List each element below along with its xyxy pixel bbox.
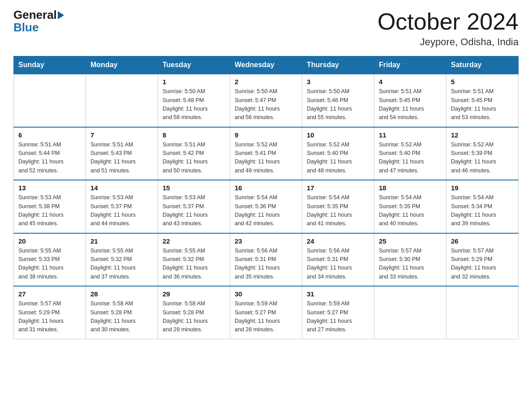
weekday-header-wednesday: Wednesday [230, 56, 302, 74]
cell-day-number: 6 [18, 131, 81, 139]
cell-info-text: Sunrise: 5:52 AMSunset: 5:39 PMDaylight:… [451, 141, 514, 176]
cell-info-text: Sunrise: 5:53 AMSunset: 5:37 PMDaylight:… [90, 193, 153, 228]
cell-day-number: 23 [235, 237, 297, 245]
cell-info-text: Sunrise: 5:54 AMSunset: 5:34 PMDaylight:… [451, 193, 514, 228]
cell-day-number: 26 [451, 237, 514, 245]
cell-day-number: 4 [379, 78, 442, 86]
logo-blue-text: Blue [13, 21, 39, 34]
cell-day-number: 18 [379, 184, 442, 192]
calendar-cell: 23Sunrise: 5:56 AMSunset: 5:31 PMDayligh… [230, 233, 302, 287]
calendar-week-row: 13Sunrise: 5:53 AMSunset: 5:38 PMDayligh… [14, 180, 519, 233]
cell-info-text: Sunrise: 5:58 AMSunset: 5:28 PMDaylight:… [163, 300, 225, 334]
calendar-cell: 30Sunrise: 5:59 AMSunset: 5:27 PMDayligh… [230, 286, 302, 339]
calendar-cell: 25Sunrise: 5:57 AMSunset: 5:30 PMDayligh… [374, 233, 446, 287]
calendar-week-row: 20Sunrise: 5:55 AMSunset: 5:33 PMDayligh… [14, 233, 519, 287]
calendar-cell: 28Sunrise: 5:58 AMSunset: 5:28 PMDayligh… [86, 286, 158, 339]
cell-info-text: Sunrise: 5:54 AMSunset: 5:35 PMDaylight:… [379, 193, 442, 228]
cell-day-number: 30 [235, 290, 297, 298]
cell-day-number: 8 [163, 131, 225, 139]
cell-day-number: 14 [90, 184, 153, 192]
logo-general-text: General [13, 9, 57, 21]
calendar-cell: 6Sunrise: 5:51 AMSunset: 5:44 PMDaylight… [14, 127, 86, 180]
cell-info-text: Sunrise: 5:59 AMSunset: 5:27 PMDaylight:… [235, 300, 297, 334]
cell-info-text: Sunrise: 5:51 AMSunset: 5:45 PMDaylight:… [379, 87, 442, 122]
calendar-cell: 19Sunrise: 5:54 AMSunset: 5:34 PMDayligh… [446, 180, 519, 233]
cell-day-number: 3 [307, 78, 369, 86]
calendar-cell: 8Sunrise: 5:51 AMSunset: 5:42 PMDaylight… [158, 127, 230, 180]
cell-day-number: 10 [307, 131, 369, 139]
logo: General [13, 9, 64, 21]
calendar-cell: 13Sunrise: 5:53 AMSunset: 5:38 PMDayligh… [14, 180, 86, 233]
cell-day-number: 16 [235, 184, 297, 192]
calendar-cell: 4Sunrise: 5:51 AMSunset: 5:45 PMDaylight… [374, 74, 446, 127]
cell-info-text: Sunrise: 5:56 AMSunset: 5:31 PMDaylight:… [235, 247, 297, 282]
calendar-cell: 26Sunrise: 5:57 AMSunset: 5:29 PMDayligh… [446, 233, 519, 287]
cell-info-text: Sunrise: 5:54 AMSunset: 5:36 PMDaylight:… [235, 193, 297, 228]
weekday-header-saturday: Saturday [446, 56, 519, 74]
calendar-cell: 17Sunrise: 5:54 AMSunset: 5:35 PMDayligh… [302, 180, 374, 233]
location-title: Jeypore, Odisha, India [378, 36, 519, 48]
calendar-cell: 2Sunrise: 5:50 AMSunset: 5:47 PMDaylight… [230, 74, 302, 127]
cell-info-text: Sunrise: 5:53 AMSunset: 5:38 PMDaylight:… [18, 193, 81, 228]
calendar-cell: 31Sunrise: 5:59 AMSunset: 5:27 PMDayligh… [302, 286, 374, 339]
weekday-header-friday: Friday [374, 56, 446, 74]
cell-info-text: Sunrise: 5:59 AMSunset: 5:27 PMDaylight:… [307, 300, 369, 334]
calendar-cell: 27Sunrise: 5:57 AMSunset: 5:29 PMDayligh… [14, 286, 86, 339]
cell-info-text: Sunrise: 5:50 AMSunset: 5:46 PMDaylight:… [307, 87, 369, 122]
cell-info-text: Sunrise: 5:57 AMSunset: 5:29 PMDaylight:… [451, 247, 514, 282]
cell-info-text: Sunrise: 5:51 AMSunset: 5:45 PMDaylight:… [451, 87, 514, 122]
calendar-cell: 29Sunrise: 5:58 AMSunset: 5:28 PMDayligh… [158, 286, 230, 339]
cell-day-number: 1 [163, 78, 225, 86]
calendar-body: 1Sunrise: 5:50 AMSunset: 5:48 PMDaylight… [14, 74, 519, 339]
weekday-header-thursday: Thursday [302, 56, 374, 74]
calendar-cell: 24Sunrise: 5:56 AMSunset: 5:31 PMDayligh… [302, 233, 374, 287]
cell-info-text: Sunrise: 5:50 AMSunset: 5:47 PMDaylight:… [235, 87, 297, 122]
calendar-week-row: 6Sunrise: 5:51 AMSunset: 5:44 PMDaylight… [14, 127, 519, 180]
calendar-cell [14, 74, 86, 127]
calendar-cell: 20Sunrise: 5:55 AMSunset: 5:33 PMDayligh… [14, 233, 86, 287]
cell-info-text: Sunrise: 5:54 AMSunset: 5:35 PMDaylight:… [307, 193, 369, 228]
cell-day-number: 7 [90, 131, 153, 139]
cell-info-text: Sunrise: 5:53 AMSunset: 5:37 PMDaylight:… [163, 193, 225, 228]
month-title: October 2024 [378, 9, 519, 34]
calendar-cell: 16Sunrise: 5:54 AMSunset: 5:36 PMDayligh… [230, 180, 302, 233]
cell-info-text: Sunrise: 5:52 AMSunset: 5:40 PMDaylight:… [379, 141, 442, 176]
weekday-header-monday: Monday [86, 56, 158, 74]
cell-day-number: 24 [307, 237, 369, 245]
logo-area: General Blue [13, 9, 64, 34]
cell-day-number: 27 [18, 290, 81, 298]
cell-day-number: 17 [307, 184, 369, 192]
calendar-cell: 11Sunrise: 5:52 AMSunset: 5:40 PMDayligh… [374, 127, 446, 180]
cell-day-number: 13 [18, 184, 81, 192]
cell-day-number: 25 [379, 237, 442, 245]
cell-day-number: 12 [451, 131, 514, 139]
cell-info-text: Sunrise: 5:55 AMSunset: 5:32 PMDaylight:… [163, 247, 225, 282]
calendar-cell [86, 74, 158, 127]
calendar-cell: 21Sunrise: 5:55 AMSunset: 5:32 PMDayligh… [86, 233, 158, 287]
calendar-table: SundayMondayTuesdayWednesdayThursdayFrid… [13, 56, 519, 339]
weekday-header-sunday: Sunday [14, 56, 86, 74]
calendar-cell: 18Sunrise: 5:54 AMSunset: 5:35 PMDayligh… [374, 180, 446, 233]
calendar-cell: 9Sunrise: 5:52 AMSunset: 5:41 PMDaylight… [230, 127, 302, 180]
calendar-cell [374, 286, 446, 339]
cell-info-text: Sunrise: 5:51 AMSunset: 5:43 PMDaylight:… [90, 141, 153, 176]
cell-day-number: 21 [90, 237, 153, 245]
cell-info-text: Sunrise: 5:51 AMSunset: 5:44 PMDaylight:… [18, 141, 81, 176]
cell-day-number: 9 [235, 131, 297, 139]
cell-day-number: 29 [163, 290, 225, 298]
calendar-cell: 10Sunrise: 5:52 AMSunset: 5:40 PMDayligh… [302, 127, 374, 180]
cell-day-number: 5 [451, 78, 514, 86]
calendar-cell: 1Sunrise: 5:50 AMSunset: 5:48 PMDaylight… [158, 74, 230, 127]
logo-arrow-icon [58, 11, 64, 19]
cell-day-number: 15 [163, 184, 225, 192]
cell-info-text: Sunrise: 5:55 AMSunset: 5:33 PMDaylight:… [18, 247, 81, 282]
cell-day-number: 2 [235, 78, 297, 86]
calendar-week-row: 1Sunrise: 5:50 AMSunset: 5:48 PMDaylight… [14, 74, 519, 127]
page-header: General Blue October 2024 Jeypore, Odish… [13, 9, 519, 48]
calendar-header: SundayMondayTuesdayWednesdayThursdayFrid… [14, 56, 519, 74]
calendar-cell: 22Sunrise: 5:55 AMSunset: 5:32 PMDayligh… [158, 233, 230, 287]
calendar-cell: 5Sunrise: 5:51 AMSunset: 5:45 PMDaylight… [446, 74, 519, 127]
cell-info-text: Sunrise: 5:57 AMSunset: 5:30 PMDaylight:… [379, 247, 442, 282]
cell-day-number: 31 [307, 290, 369, 298]
cell-info-text: Sunrise: 5:52 AMSunset: 5:41 PMDaylight:… [235, 141, 297, 176]
